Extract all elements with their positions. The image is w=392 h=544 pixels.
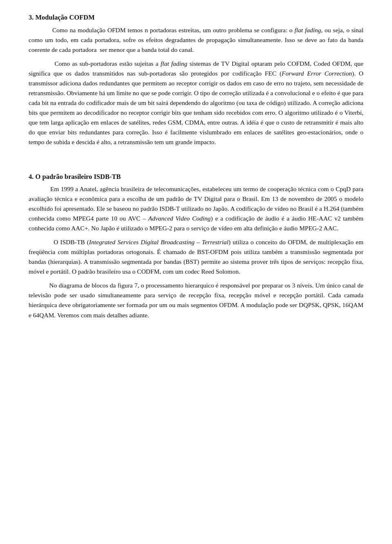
page: 3. Modulação COFDM Como na modulação OFD… xyxy=(0,0,392,544)
section3-italic2: flat fading xyxy=(160,60,187,67)
section4-heading: 4. O padrão brasileiro ISDB-TB xyxy=(29,172,363,182)
section3-para1-indent xyxy=(29,27,52,33)
section4-italic2: Integrated Services Digital Broadcasting… xyxy=(89,239,229,245)
section3-italic3: Forward Error Correction xyxy=(282,70,352,77)
section4-para2: O ISDB-TB (Integrated Services Digital B… xyxy=(29,237,363,276)
section4-italic1: Advanced Video Coding xyxy=(148,215,211,222)
section-gap xyxy=(29,154,363,162)
section3-heading: 3. Modulação COFDM xyxy=(29,12,363,23)
section3-para2: Como as sub-portadoras estão sujeitas a … xyxy=(29,59,363,147)
section3-italic1: flat fading xyxy=(294,27,321,33)
section-3: 3. Modulação COFDM Como na modulação OFD… xyxy=(29,12,363,147)
section4-para3: No diagrama de blocos da figura 7, o pro… xyxy=(29,281,363,320)
section-4: 4. O padrão brasileiro ISDB-TB Em 1999 a… xyxy=(29,172,363,320)
section4-para1: Em 1999 a Anatel, agência brasileira de … xyxy=(29,184,363,233)
section3-para1: Como na modulação OFDM temos n portadora… xyxy=(29,25,363,55)
